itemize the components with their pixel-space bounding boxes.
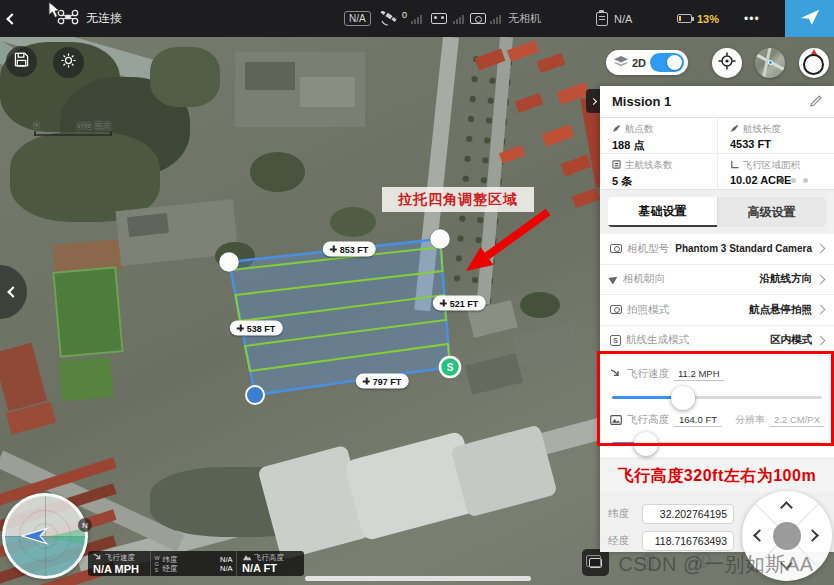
satellite-icon (380, 0, 397, 37)
mouse-cursor (48, 1, 61, 23)
map-2d-toggle[interactable]: 2D (606, 50, 688, 75)
lines-icon (612, 160, 621, 171)
speed-slider-thumb[interactable] (671, 386, 695, 410)
minimap-button[interactable] (755, 48, 785, 78)
compass-ring-icon (803, 54, 824, 75)
latitude-field[interactable]: 32.202764195 (642, 504, 734, 524)
scale-line (34, 134, 112, 136)
panel-collapse-tab[interactable] (586, 89, 600, 113)
camera-signal-bars (490, 0, 501, 37)
camera-icon (610, 244, 622, 253)
nudge-left-button[interactable] (753, 529, 766, 542)
chevron-right-icon (816, 335, 826, 345)
more-menu-button[interactable]: ••• (744, 0, 760, 37)
mission-panel: Mission 1 航点数 188 点 航线长度 4533 FT 主航线条数 5… (600, 86, 834, 552)
connection-status: 无连接 (86, 10, 122, 27)
corner-handle-top-right[interactable] (430, 229, 450, 249)
setting-camera-model[interactable]: 相机型号 Phantom 3 Standard Camera (600, 234, 834, 265)
camera-icon (610, 305, 622, 314)
plus-icon (363, 378, 370, 385)
terrain-building-white (450, 424, 558, 517)
altitude-value-field[interactable]: 164.0 FT (674, 414, 722, 427)
terrain-building (300, 77, 355, 107)
longitude-label: 经度 (608, 534, 634, 548)
plus-icon (440, 300, 447, 307)
terrain-building (512, 322, 580, 368)
tutorial-note: 飞行高度320ft左右为100m (600, 460, 834, 492)
setting-capture-mode[interactable]: 拍照模式 航点悬停拍照 (600, 295, 834, 326)
corner-handle-bottom-left[interactable] (246, 386, 264, 404)
checklist-icon (596, 12, 608, 26)
chevron-right-icon (816, 305, 826, 315)
terrain-red-roof (537, 53, 566, 73)
panel-page-dots[interactable] (779, 178, 808, 183)
minimap-position-dot (768, 60, 773, 65)
checklist-status: N/A (614, 13, 632, 25)
speed-value-field[interactable]: 11.2 MPH (674, 368, 724, 381)
terrain-building (245, 62, 295, 90)
distance-label: 797 FT (356, 374, 409, 389)
back-button[interactable] (8, 0, 16, 37)
2d-switch[interactable] (650, 53, 684, 72)
terrain-red-roof (0, 343, 47, 411)
speed-slider[interactable] (612, 396, 822, 399)
nudge-center-button[interactable] (773, 522, 801, 550)
stat-waypoints: 航点数 188 点 (600, 118, 717, 153)
terrain-red-roof (561, 155, 592, 177)
save-mission-button[interactable] (6, 46, 37, 77)
distance-label: 853 FT (323, 242, 376, 257)
terrain-forest (150, 47, 220, 107)
speed-value: N/A MPH (93, 564, 145, 575)
speed-icon (93, 553, 103, 564)
setting-route-mode[interactable]: S 航线生成模式 区内模式 (600, 326, 834, 357)
terrain-red-roof (515, 93, 544, 113)
resolution-value: 2.2 CM/PX (770, 414, 824, 427)
gear-icon (60, 52, 77, 73)
nudge-right-button[interactable] (806, 529, 819, 542)
scale-end: 375 英尺 (76, 120, 112, 133)
settings-tabs: 基础设置 高级设置 (608, 197, 826, 227)
corner-handle-top-left[interactable] (219, 252, 239, 272)
longitude-field[interactable]: 118.716763493 (642, 531, 734, 551)
terrain-trees (250, 152, 305, 192)
terrain-trees (330, 207, 376, 237)
status-na-badge: N/A (344, 11, 371, 26)
mission-settings-button[interactable] (53, 47, 84, 78)
2d-label: 2D (632, 57, 646, 69)
terrain-red-roof (542, 124, 575, 146)
altitude-value: N/A FT (242, 563, 297, 574)
crosshair-icon (718, 52, 736, 74)
stat-main-lines: 主航线条数 5 条 (600, 153, 717, 189)
altitude-slider[interactable] (612, 442, 822, 445)
remote-controller-icon (431, 13, 447, 24)
stat-route-length: 航线长度 4533 FT (717, 118, 834, 153)
chevron-right-icon (816, 244, 826, 254)
north-indicator: N (78, 518, 92, 532)
camera-status: 无相机 (508, 11, 541, 26)
tab-basic-settings[interactable]: 基础设置 (608, 197, 717, 227)
compass-mode-button[interactable] (799, 48, 829, 78)
battery-percent: 13% (697, 13, 719, 25)
terrain-red-roof (572, 188, 601, 208)
latitude-label: 纬度 (608, 507, 634, 521)
tab-advanced-settings[interactable]: 高级设置 (717, 197, 826, 227)
setting-camera-heading[interactable]: 相机朝向 沿航线方向 (600, 265, 834, 296)
rc-signal-bars (453, 0, 464, 37)
nudge-up-button[interactable] (780, 501, 793, 514)
waypoint-icon (612, 124, 621, 135)
altitude-icon (610, 415, 622, 425)
terrain-trees (520, 292, 560, 318)
chevron-right-icon (589, 97, 596, 104)
terrain-building (127, 213, 169, 237)
edit-mission-button[interactable] (810, 95, 822, 109)
satellite-count: 0 (402, 10, 407, 20)
mission-polygon[interactable] (229, 239, 450, 395)
map-scale: 0 375 英尺 (34, 120, 112, 136)
distance-label: 538 FT (230, 321, 283, 336)
start-point-marker[interactable] (440, 357, 460, 377)
locate-button[interactable] (712, 48, 742, 78)
takeoff-button[interactable] (785, 0, 834, 37)
home-indicator[interactable] (305, 576, 531, 581)
altitude-slider-thumb[interactable] (634, 432, 658, 456)
mission-title: Mission 1 (612, 94, 671, 109)
